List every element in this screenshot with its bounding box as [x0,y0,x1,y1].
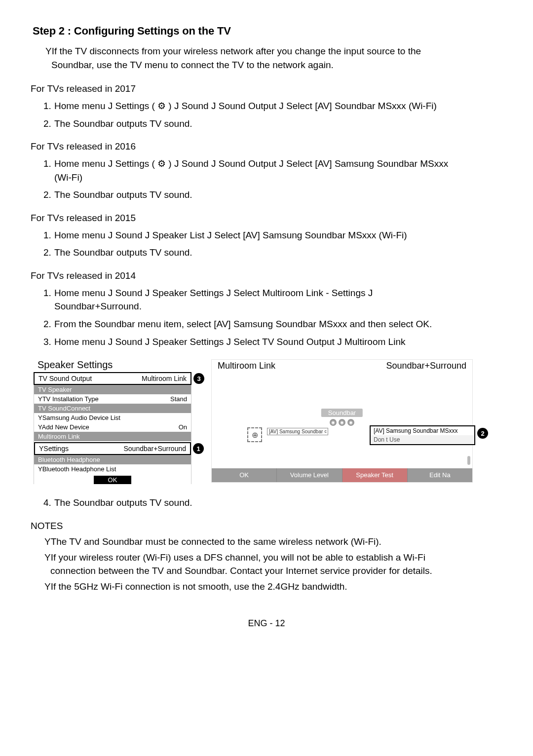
row-tv-installation[interactable]: YTV Installation Type Stand [34,394,191,404]
list-item: 2.The Soundbar outputs TV sound. [43,117,502,131]
intro-line1: YIf the TV disconnects from your wireles… [45,46,421,56]
header-left: Multiroom Link [218,361,275,371]
section-2014-title: For TVs released in 2014 [31,270,502,281]
step-text: The Soundbar outputs TV sound. [54,189,192,200]
section-2015: For TVs released in 2015 1.Home menu J S… [31,213,502,260]
section-2016: For TVs released in 2016 1.Home menu J S… [31,141,502,202]
panel-rows: TV Speaker YTV Installation Type Stand T… [34,385,191,484]
row-settings[interactable]: YSettings Soundbar+Surround 1 [34,442,191,455]
panel-footer: OK Volume Level Speaker Test Edit Na [212,468,472,482]
panel-header: Multiroom Link Soundbar+Surround [212,360,472,372]
callout-badge-3: 3 [193,373,204,384]
row-label: YAdd New Device [38,423,89,431]
category-multiroom-link: Multiroom Link [34,432,191,441]
section-2014: For TVs released in 2014 1.Home menu J S… [31,270,502,348]
section-2017: For TVs released in 2017 1.Home menu J S… [31,83,502,130]
list-item: 2.The Soundbar outputs TV sound. [43,246,502,260]
row-value: Stand [170,395,187,403]
speaker-dots: ◉ ◉ ◉ [330,419,354,426]
note-line2: connection between the TV and Soundbar. … [50,565,502,578]
callout-badge-1: 1 [193,443,204,454]
row-label: TV Sound Output [38,375,92,382]
section-2014-cont: 4.The Soundbar outputs TV sound. [31,496,502,510]
dot-icon: ◉ [339,419,345,426]
section-2017-title: For TVs released in 2017 [31,83,502,94]
list-item: 4.The Soundbar outputs TV sound. [43,496,502,510]
footer-volume-button[interactable]: Volume Level [277,468,342,482]
dropdown-option-selected[interactable]: [AV] Samsung Soundbar MSxxx [371,426,474,435]
step-text: The Soundbar outputs TV sound. [54,118,192,129]
step-text: Home menu J Settings ( ⚙ ) J Sound J Sou… [54,101,437,111]
list-item: 1.Home menu J Settings ( ⚙ ) J Sound J S… [43,99,502,113]
multiroom-link-panel: Multiroom Link Soundbar+Surround Soundba… [211,359,473,483]
device-text: [AV] Samsung Soundbar [269,429,323,434]
row-bt-headphone-list[interactable]: YBluetooth Headphone List [34,464,191,474]
panel-body: Soundbar ◉ ◉ ◉ ⊕ [AV] Samsung Soundbar c… [212,372,472,451]
step-text: The Soundbar outputs TV sound. [54,247,192,258]
page-footer: ENG - 12 [31,618,502,629]
step-text: From the Soundbar menu item, select [AV]… [54,319,432,329]
step-text-line2: (Wi-Fi) [54,171,502,185]
intro-line2: Soundbar, use the TV menu to connect the… [51,58,502,72]
step-text-line1: Home menu J Sound J Speaker Settings J S… [54,288,373,298]
list-item: 1.Home menu J Sound J Speaker List J Sel… [43,228,502,242]
list-item: 3.Home menu J Sound J Speaker Settings J… [43,335,502,349]
list-item: 2.From the Soundbar menu item, select [A… [43,317,502,331]
row-value: On [179,423,187,431]
footer-speaker-test-button[interactable]: Speaker Test [343,468,408,482]
note-item: YThe TV and Soundbar must be connected t… [44,535,502,549]
step-text-line2: Soundbar+Surround. [54,300,502,313]
row-value: Multiroom Link [142,375,187,382]
panel-title: Speaker Settings [38,359,191,371]
note-line1: YIf your wireless router (Wi-Fi) uses a … [44,552,425,563]
category-tv-speaker: TV Speaker [34,385,191,394]
footer-edit-name-button[interactable]: Edit Na [408,468,472,482]
figures-container: Speaker Settings TV Sound Output Multiro… [34,359,502,484]
section-2016-title: For TVs released in 2016 [31,141,502,152]
footer-ok-button[interactable]: OK [212,468,277,482]
row-audio-device-list[interactable]: YSamsung Audio Device List [34,413,191,422]
step-text: Home menu J Sound J Speaker List J Selec… [54,230,407,240]
note-item: YIf your wireless router (Wi-Fi) uses a … [44,551,502,577]
step-text-line1: Home menu J Settings ( ⚙ ) J Sound J Sou… [54,158,448,169]
list-item: 2.The Soundbar outputs TV sound. [43,188,502,202]
step-title: Step 2 : Configuring Settings on the TV [33,25,502,38]
category-soundconnect: TV SoundConnect [34,404,191,413]
category-bluetooth-headphone: Bluetooth Headphone [34,455,191,464]
dot-icon: ◉ [330,419,337,426]
ok-button[interactable]: OK [94,476,131,484]
manual-page: Step 2 : Configuring Settings on the TV … [0,0,533,643]
section-2015-title: For TVs released in 2015 [31,213,502,224]
list-item: 1.Home menu J Sound J Speaker Settings J… [43,286,502,313]
row-label: YBluetooth Headphone List [38,465,116,473]
speaker-settings-panel: Speaker Settings TV Sound Output Multiro… [34,359,191,484]
row-add-new-device[interactable]: YAdd New Device On [34,422,191,432]
step-text: Home menu J Sound J Speaker Settings J S… [54,337,405,347]
row-label: YSamsung Audio Device List [38,414,120,421]
device-marker: c [325,429,327,434]
header-right: Soundbar+Surround [386,361,466,371]
soundbar-label: Soundbar [321,409,363,417]
dropdown-option[interactable]: Don t Use [371,435,474,444]
soundbar-device-label[interactable]: [AV] Samsung Soundbar c [267,428,328,435]
step-text: The Soundbar outputs TV sound. [54,497,192,508]
step-intro-note: YIf the TV disconnects from your wireles… [45,44,502,72]
dot-icon: ◉ [347,419,354,426]
row-value: Soundbar+Surround [124,445,187,453]
note-item: YIf the 5GHz Wi-Fi connection is not smo… [44,580,502,594]
notes-title: NOTES [31,521,502,531]
device-dropdown[interactable]: [AV] Samsung Soundbar MSxxx Don t Use 2 [370,425,475,445]
row-label: YSettings [39,445,69,453]
row-label: YTV Installation Type [38,395,99,403]
callout-badge-2: 2 [477,428,488,439]
scrollbar-thumb[interactable] [467,456,470,465]
add-speaker-button[interactable]: ⊕ [247,427,262,442]
tv-sound-output-row[interactable]: TV Sound Output Multiroom Link 3 [34,372,191,385]
list-item: 1.Home menu J Settings ( ⚙ ) J Sound J S… [43,157,502,184]
notes-list: YThe TV and Soundbar must be connected t… [44,535,502,594]
